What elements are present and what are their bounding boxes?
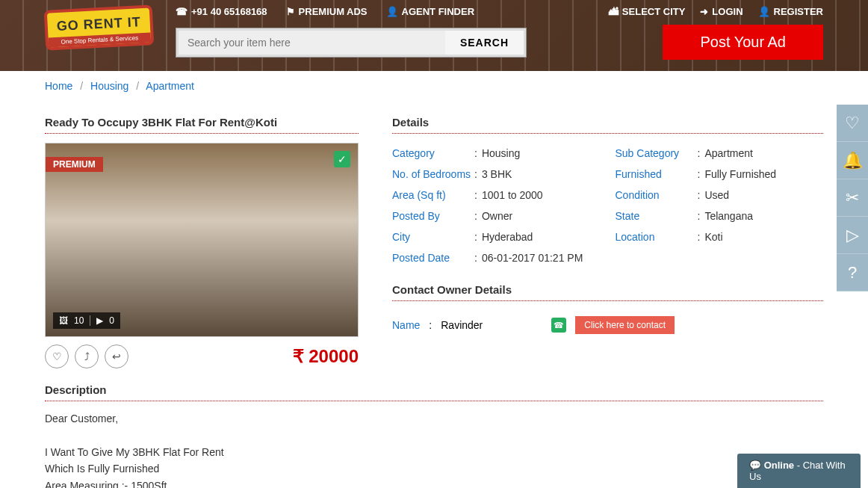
value-city: Hyderabad [482,231,533,243]
login-icon: ➜ [700,6,708,17]
label-area: Area (Sq ft) [392,189,474,201]
desc-line4: Area Measuring :- 1500Sft [45,478,823,488]
label-condition: Condition [616,189,698,201]
agent-finder-link[interactable]: 👤AGENT FINDER [386,6,475,17]
login-text: LOGIN [712,6,743,17]
description-title: Description [45,383,823,401]
breadcrumb-apartment[interactable]: Apartment [146,80,194,92]
select-city-link[interactable]: 🏙SELECT CITY [609,6,686,17]
search-input[interactable] [179,31,445,55]
chat-widget[interactable]: 💬 Online - Chat With Us [737,454,861,488]
photo-count: 10 [74,315,84,326]
logo-subtitle: One Stop Rentals & Services [49,32,151,47]
register-link[interactable]: 👤REGISTER [758,6,823,17]
flag-icon: ⚑ [286,6,295,17]
select-city-text: SELECT CITY [622,6,686,17]
login-link[interactable]: ➜LOGIN [700,6,743,17]
label-furnished: Furnished [616,168,698,180]
search-button[interactable]: SEARCH [445,31,524,55]
video-icon: ▶ [96,315,103,326]
desc-line1: Dear Customer, [45,410,823,427]
premium-ads-link[interactable]: ⚑PREMIUM ADS [286,6,368,17]
phone-text: +91 40 65168168 [191,6,267,17]
label-state: State [616,210,698,222]
favorite-button[interactable]: ♡ [45,345,69,368]
chat-icon: 💬 [749,460,761,471]
agent-finder-text: AGENT FINDER [402,6,475,17]
value-area: 1001 to 2000 [482,189,543,201]
value-state: Telangana [704,210,753,222]
breadcrumb-home[interactable]: Home [45,80,72,92]
video-count: 0 [109,315,114,326]
alerts-tab[interactable]: 🔔 [837,142,868,179]
premium-ads-text: PREMIUM ADS [299,6,368,17]
play-tab[interactable]: ▷ [837,217,868,254]
label-subcategory: Sub Category [616,147,698,159]
breadcrumb-housing[interactable]: Housing [90,80,128,92]
contact-button[interactable]: Click here to contact [575,316,675,334]
label-postedby: Posted By [392,210,474,222]
name-label: Name [392,319,420,331]
value-posteddate: 06-01-2017 01:21 PM [482,252,583,264]
header: GO RENT IT One Stop Rentals & Services ☎… [0,0,868,71]
contact-title: Contact Owner Details [392,283,823,301]
value-condition: Used [704,189,729,201]
verified-icon: ✓ [334,151,350,167]
register-text: REGISTER [774,6,823,17]
label-bedrooms: No. of Bedrooms [392,168,474,180]
media-counts: 🖼10 ▶0 [53,312,120,329]
coupon-tab[interactable]: ✂ [837,179,868,217]
desc-line3: Which Is Fully Furnished [45,460,823,477]
breadcrumb: Home / Housing / Apartment [0,71,868,101]
value-category: Housing [482,147,520,159]
label-posteddate: Posted Date [392,252,474,264]
logo[interactable]: GO RENT IT One Stop Rentals & Services [44,4,155,51]
label-category: Category [392,147,474,159]
label-location: Location [616,231,698,243]
post-ad-button[interactable]: Post Your Ad [663,25,823,60]
phone-link[interactable]: ☎+91 40 65168168 [176,6,267,17]
chat-status: Online [764,460,794,471]
help-tab[interactable]: ? [837,254,868,291]
user-icon: 👤 [386,6,398,17]
share-button[interactable]: ⤴ [75,345,99,368]
photo-icon: 🖼 [59,315,68,326]
listing-image[interactable]: PREMIUM ✓ 🖼10 ▶0 [45,143,359,337]
value-bedrooms: 3 BHK [482,168,512,180]
side-tabs: ♡ 🔔 ✂ ▷ ? [837,105,868,291]
price: ₹ 20000 [293,346,359,367]
value-location: Koti [704,231,722,243]
reply-button[interactable]: ↩ [105,345,128,368]
value-subcategory: Apartment [704,147,753,159]
search-wrapper: SEARCH [176,28,527,58]
phone-icon: ☎ [176,6,187,17]
premium-ribbon: PREMIUM [46,157,103,172]
desc-line2: I Want To Give My 3BHK Flat For Rent [45,444,823,460]
favorites-tab[interactable]: ♡ [837,105,868,142]
owner-name: Ravinder [441,319,483,331]
logo-text: GO RENT IT [56,14,141,34]
listing-title: Ready To Occupy 3BHK Flat For Rent@Koti [45,116,359,134]
value-furnished: Fully Furnished [704,168,776,180]
phone-contact-icon[interactable]: ☎ [551,318,566,333]
description-body: Dear Customer, I Want To Give My 3BHK Fl… [45,410,823,488]
details-title: Details [392,116,823,134]
register-icon: 👤 [758,6,770,17]
city-icon: 🏙 [609,6,619,17]
label-city: City [392,231,474,243]
value-postedby: Owner [482,210,512,222]
